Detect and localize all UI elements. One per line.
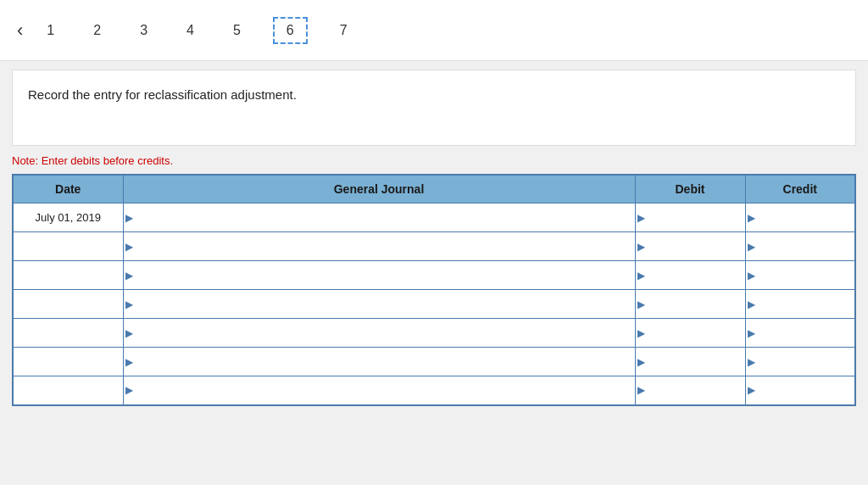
- credit-input-4[interactable]: [746, 319, 855, 347]
- tab-7[interactable]: 7: [333, 19, 354, 42]
- header-date: Date: [13, 175, 123, 203]
- credit-cell-1[interactable]: ▶: [745, 232, 855, 261]
- tab-4[interactable]: 4: [180, 19, 201, 42]
- debit-cell-4[interactable]: ▶: [635, 319, 745, 348]
- credit-cell-0[interactable]: ▶: [745, 203, 855, 232]
- debit-cell-6[interactable]: ▶: [635, 376, 745, 405]
- arrow-icon: ▶: [748, 385, 755, 395]
- arrow-icon: ▶: [125, 242, 133, 252]
- credit-input-0[interactable]: [746, 203, 855, 231]
- arrow-icon: ▶: [125, 270, 133, 281]
- arrow-icon: ▶: [637, 213, 645, 223]
- journal-table-wrapper: Date General Journal Debit Credit July 0…: [12, 174, 856, 406]
- journal-input-1[interactable]: [124, 232, 635, 260]
- credit-cell-4[interactable]: ▶: [745, 319, 855, 348]
- arrow-icon: ▶: [748, 328, 755, 338]
- tab-3[interactable]: 3: [133, 19, 154, 42]
- journal-input-4[interactable]: [124, 319, 635, 347]
- back-button[interactable]: ‹: [17, 20, 23, 42]
- debit-input-1[interactable]: [636, 232, 745, 260]
- navigation-bar: ‹ 1 2 3 4 5 6 7: [0, 0, 868, 61]
- credit-cell-3[interactable]: ▶: [745, 290, 855, 319]
- credit-cell-2[interactable]: ▶: [745, 261, 855, 290]
- journal-input-2[interactable]: [124, 261, 635, 289]
- table-row: ▶▶▶: [13, 232, 855, 261]
- arrow-icon: ▶: [637, 328, 645, 338]
- header-credit: Credit: [745, 175, 855, 203]
- header-debit: Debit: [635, 175, 745, 203]
- journal-cell-3[interactable]: ▶: [123, 290, 635, 319]
- note-text: Note: Enter debits before credits.: [12, 154, 856, 167]
- date-cell-6: [13, 376, 123, 405]
- date-cell-0: July 01, 2019: [13, 203, 123, 232]
- header-general-journal: General Journal: [123, 175, 635, 203]
- table-row: ▶▶▶: [13, 319, 855, 348]
- credit-input-5[interactable]: [746, 348, 855, 376]
- debit-cell-2[interactable]: ▶: [635, 261, 745, 290]
- debit-cell-1[interactable]: ▶: [635, 232, 745, 261]
- tab-2[interactable]: 2: [86, 19, 108, 42]
- arrow-icon: ▶: [637, 357, 645, 367]
- table-row: ▶▶▶: [13, 376, 855, 405]
- tab-list: 1 2 3 4 5 6 7: [40, 17, 353, 44]
- table-header-row: Date General Journal Debit Credit: [13, 175, 855, 203]
- credit-input-3[interactable]: [746, 290, 855, 318]
- table-row: ▶▶▶: [13, 290, 855, 319]
- credit-cell-5[interactable]: ▶: [745, 348, 855, 376]
- tab-6[interactable]: 6: [273, 17, 308, 44]
- journal-input-6[interactable]: [124, 376, 635, 404]
- arrow-icon: ▶: [637, 385, 645, 395]
- arrow-icon: ▶: [637, 242, 645, 252]
- arrow-icon: ▶: [125, 299, 133, 309]
- credit-cell-6[interactable]: ▶: [745, 376, 855, 405]
- date-cell-5: [13, 348, 123, 376]
- debit-input-5[interactable]: [636, 348, 745, 376]
- date-cell-1: [13, 232, 123, 261]
- arrow-icon: ▶: [748, 213, 755, 223]
- debit-input-4[interactable]: [636, 319, 745, 347]
- tab-1[interactable]: 1: [40, 19, 61, 42]
- debit-input-6[interactable]: [636, 376, 745, 404]
- journal-input-5[interactable]: [124, 348, 635, 376]
- arrow-icon: ▶: [748, 270, 755, 281]
- journal-cell-6[interactable]: ▶: [123, 376, 635, 405]
- tab-5[interactable]: 5: [226, 19, 248, 42]
- arrow-icon: ▶: [748, 357, 755, 367]
- debit-input-0[interactable]: [636, 203, 745, 231]
- journal-table: Date General Journal Debit Credit July 0…: [12, 174, 856, 406]
- arrow-icon: ▶: [125, 328, 133, 338]
- debit-cell-3[interactable]: ▶: [635, 290, 745, 319]
- debit-input-2[interactable]: [636, 261, 745, 289]
- debit-input-3[interactable]: [636, 290, 745, 318]
- date-cell-2: [13, 261, 123, 290]
- date-cell-3: [13, 290, 123, 319]
- journal-input-0[interactable]: [124, 203, 635, 231]
- arrow-icon: ▶: [637, 299, 645, 309]
- credit-input-2[interactable]: [746, 261, 855, 289]
- question-box: Record the entry for reclassification ad…: [12, 70, 856, 146]
- arrow-icon: ▶: [637, 270, 645, 281]
- journal-cell-2[interactable]: ▶: [123, 261, 635, 290]
- debit-cell-0[interactable]: ▶: [635, 203, 745, 232]
- journal-cell-1[interactable]: ▶: [123, 232, 635, 261]
- table-row: July 01, 2019▶▶▶: [13, 203, 855, 232]
- journal-cell-0[interactable]: ▶: [123, 203, 635, 232]
- debit-cell-5[interactable]: ▶: [635, 348, 745, 376]
- arrow-icon: ▶: [125, 213, 133, 223]
- credit-input-1[interactable]: [746, 232, 855, 260]
- journal-cell-5[interactable]: ▶: [123, 348, 635, 376]
- question-text: Record the entry for reclassification ad…: [28, 87, 297, 102]
- table-row: ▶▶▶: [13, 348, 855, 376]
- arrow-icon: ▶: [125, 385, 133, 395]
- date-cell-4: [13, 319, 123, 348]
- table-row: ▶▶▶: [13, 261, 855, 290]
- credit-input-6[interactable]: [746, 376, 855, 404]
- arrow-icon: ▶: [748, 299, 755, 309]
- journal-cell-4[interactable]: ▶: [123, 319, 635, 348]
- arrow-icon: ▶: [125, 357, 133, 367]
- journal-input-3[interactable]: [124, 290, 635, 318]
- arrow-icon: ▶: [748, 242, 755, 252]
